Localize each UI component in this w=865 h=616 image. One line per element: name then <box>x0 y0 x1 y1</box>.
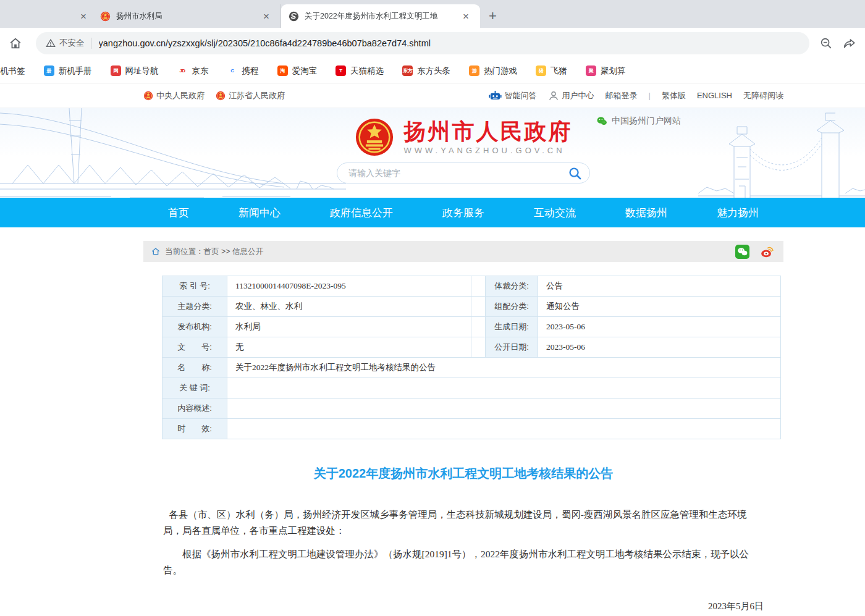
bookmark-item[interactable]: JD 京东 <box>177 65 209 77</box>
bookmark-favicon: 册 <box>44 65 54 76</box>
address-bar[interactable]: 不安全 yangzhou.gov.cn/yzszxxgk/slj/202305/… <box>36 32 809 54</box>
meta-label: 公开日期: <box>485 337 538 357</box>
weibo-share-icon[interactable] <box>760 245 774 259</box>
document-meta-table: 索 引 号: 11321000014407098E-2023-095 体裁分类:… <box>162 276 781 439</box>
tab-active-announcement[interactable]: 关于2022年度扬州市水利工程文明工地 × <box>281 4 480 28</box>
meta-label: 关 键 词: <box>162 378 227 398</box>
warning-icon <box>46 38 56 48</box>
meta-row: 关 键 词: <box>162 378 781 399</box>
article-title: 关于2022年度扬州市水利工程文明工地考核结果的公告 <box>163 465 764 482</box>
bookmark-favicon: T <box>335 65 346 76</box>
home-breadcrumb-icon[interactable] <box>151 247 161 256</box>
security-status[interactable]: 不安全 <box>59 38 85 49</box>
close-icon[interactable]: × <box>457 11 475 22</box>
search-icon[interactable] <box>568 166 582 180</box>
nav-item[interactable]: 新闻中心 <box>238 206 281 220</box>
bookmark-label: 网址导航 <box>125 65 159 77</box>
portal-tag[interactable]: 中国扬州门户网站 <box>596 116 681 127</box>
breadcrumb-bar: 当前位置：首页 >> 信息公开 <box>143 241 783 262</box>
meta-row: 内容概述: <box>162 399 781 419</box>
site-logo[interactable]: 扬州市人民政府 WWW.YANGZHOU.GOV.CN <box>143 117 783 157</box>
divider: | <box>649 91 651 100</box>
bookmark-item[interactable]: 册 新机手册 <box>44 65 92 77</box>
mail-login-link[interactable]: 邮箱登录 <box>606 90 638 101</box>
user-center-link[interactable]: 用户中心 <box>548 90 594 101</box>
meta-label: 组配分类: <box>485 297 538 316</box>
meta-row: 索 引 号: 11321000014407098E-2023-095 体裁分类:… <box>162 276 781 297</box>
meta-value: 2023-05-06 <box>538 317 781 337</box>
robot-icon <box>489 90 502 101</box>
tab-shuiliju[interactable]: 扬州市水利局 × <box>93 4 281 28</box>
nav-item[interactable]: 数据扬州 <box>625 206 667 220</box>
share-icon[interactable] <box>843 36 856 50</box>
meta-label: 文 号: <box>162 337 227 357</box>
search-input[interactable] <box>348 168 568 178</box>
new-tab-button[interactable]: + <box>489 9 497 23</box>
meta-value: 2023-05-06 <box>538 337 781 357</box>
bookmark-favicon: 猪 <box>536 65 546 76</box>
bookmark-item[interactable]: 网 网址导航 <box>111 65 159 77</box>
user-center-label: 用户中心 <box>562 90 594 101</box>
traditional-link[interactable]: 繁体版 <box>662 90 686 101</box>
meta-spacer <box>471 297 485 316</box>
bookmark-item[interactable]: C 携程 <box>227 65 259 77</box>
meta-value: 公告 <box>538 276 781 296</box>
article-date: 2023年5月6日 <box>163 601 764 612</box>
divider <box>91 38 91 49</box>
bookmark-item[interactable]: 机书签 <box>0 65 25 77</box>
site-favicon <box>289 11 299 22</box>
gov-link[interactable]: 江苏省人民政府 <box>216 90 285 101</box>
bookmark-item[interactable]: T 天猫精选 <box>335 65 384 77</box>
close-icon[interactable]: × <box>257 11 276 22</box>
bookmark-label: 京东 <box>192 65 209 77</box>
meta-label: 内容概述: <box>162 399 227 418</box>
meta-spacer <box>471 276 485 296</box>
breadcrumb: 当前位置：首页 >> 信息公开 <box>165 247 263 257</box>
bookmark-label: 聚划算 <box>601 65 626 77</box>
site-name: 扬州市人民政府 <box>404 119 573 144</box>
nav-item[interactable]: 首页 <box>168 206 189 220</box>
nav-item[interactable]: 政府信息公开 <box>330 206 393 220</box>
meta-value: 关于2022年度扬州市水利工程文明工地考核结果的公告 <box>227 358 781 378</box>
browser-toolbar: 不安全 yangzhou.gov.cn/yzszxxgk/slj/202305/… <box>0 28 865 59</box>
meta-label: 索 引 号: <box>162 276 227 296</box>
meta-label: 名 称: <box>162 358 227 378</box>
meta-label: 主题分类: <box>162 297 227 316</box>
zoom-out-icon[interactable] <box>819 36 833 50</box>
bookmark-favicon: 东方 <box>402 65 413 76</box>
gov-link[interactable]: 中央人民政府 <box>143 90 205 101</box>
accessibility-link[interactable]: 无障碍阅读 <box>743 90 783 101</box>
nav-item[interactable]: 政务服务 <box>442 206 484 220</box>
browser-tab-strip: × 扬州市水利局 × 关于2022年度扬州市水利工程文明工地 × + <box>0 0 865 28</box>
wechat-share-icon[interactable] <box>735 245 749 259</box>
url-text[interactable]: yangzhou.gov.cn/yzszxxgk/slj/202305/210c… <box>99 38 431 48</box>
smart-qa-link[interactable]: 智能问答 <box>489 90 537 101</box>
meta-row: 时 效: <box>162 419 781 439</box>
gov-links: 中央人民政府 江苏省人民政府 <box>143 90 285 101</box>
bookmarks-bar: 机书签 册 新机手册 网 网址导航 JD 京东 C 携程 淘 爱淘宝 T 天猫精… <box>0 59 865 83</box>
meta-label: 体裁分类: <box>485 276 538 296</box>
english-link[interactable]: ENGLISH <box>697 91 732 100</box>
meta-row: 文 号: 无 公开日期: 2023-05-06 <box>162 337 781 358</box>
nav-item[interactable]: 魅力扬州 <box>717 206 759 220</box>
bookmark-item[interactable]: 淘 爱淘宝 <box>277 65 318 77</box>
bookmark-item[interactable]: 东方 东方头条 <box>402 65 450 77</box>
meta-value <box>227 419 781 439</box>
bookmark-favicon: 聚 <box>586 65 596 76</box>
meta-row: 名 称: 关于2022年度扬州市水利工程文明工地考核结果的公告 <box>162 358 781 378</box>
bookmark-favicon: 网 <box>111 65 121 76</box>
page-content: 当前位置：首页 >> 信息公开 索 引 号: 11321000014407098… <box>143 227 783 616</box>
bookmark-item[interactable]: 猪 飞猪 <box>536 65 567 77</box>
close-icon[interactable]: × <box>74 11 93 22</box>
site-search <box>337 162 590 184</box>
smart-qa-label: 智能问答 <box>505 90 537 101</box>
meta-value <box>227 399 781 418</box>
gov-link-label: 江苏省人民政府 <box>229 90 285 101</box>
bookmark-item[interactable]: 聚 聚划算 <box>586 65 626 77</box>
nav-item[interactable]: 互动交流 <box>534 206 576 220</box>
bookmark-label: 天猫精选 <box>350 65 384 77</box>
bookmark-item[interactable]: 游 热门游戏 <box>469 65 517 77</box>
meta-value: 11321000014407098E-2023-095 <box>227 276 471 296</box>
home-icon[interactable] <box>9 36 22 50</box>
tab-partial[interactable]: × <box>0 4 93 28</box>
